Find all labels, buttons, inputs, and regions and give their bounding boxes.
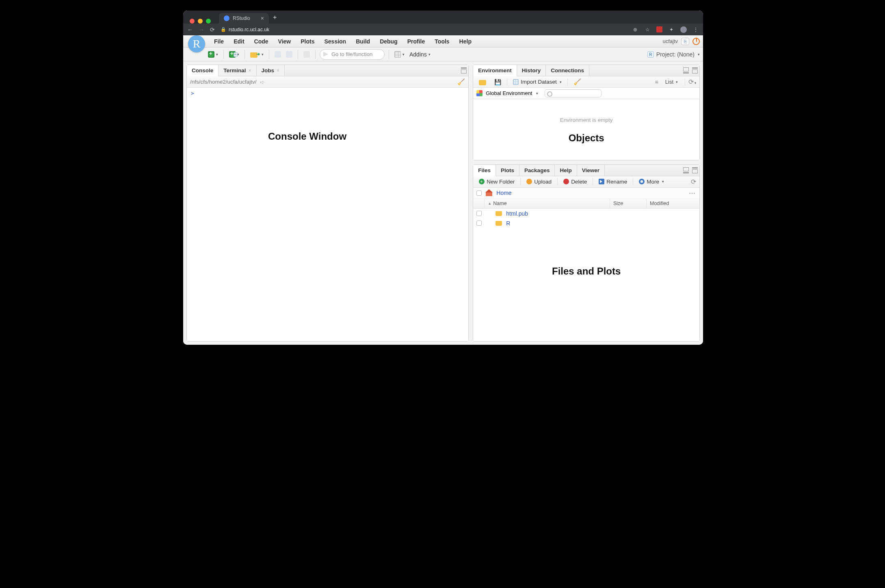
- annotation-files: Files and Plots: [552, 266, 621, 277]
- menu-view[interactable]: View: [273, 36, 296, 47]
- list-icon: ≡: [655, 79, 658, 85]
- environment-pane: Environment History Connections 💾 Import…: [473, 65, 700, 160]
- menu-build[interactable]: Build: [351, 36, 375, 47]
- tab-files[interactable]: Files: [473, 165, 496, 176]
- files-breadcrumb: Home ⋯: [473, 188, 699, 199]
- maximize-window-icon[interactable]: [206, 19, 211, 24]
- workspace-panes-button[interactable]: ▾: [393, 50, 406, 58]
- rename-button[interactable]: Rename: [596, 179, 630, 185]
- back-button[interactable]: ←: [187, 26, 193, 33]
- env-search-input[interactable]: [545, 89, 602, 97]
- path-menu-button[interactable]: ⋯: [688, 189, 696, 197]
- close-window-icon[interactable]: [190, 19, 195, 24]
- profile-avatar-icon[interactable]: [680, 26, 687, 33]
- file-row[interactable]: R: [473, 218, 699, 228]
- tab-console[interactable]: Console: [187, 65, 219, 76]
- new-session-button[interactable]: ⎘: [681, 38, 689, 45]
- load-workspace-button[interactable]: [476, 79, 489, 85]
- close-tab-icon[interactable]: ×: [261, 15, 264, 21]
- tab-terminal[interactable]: Terminal×: [219, 65, 256, 76]
- browser-tab[interactable]: RStudio ×: [219, 13, 269, 24]
- quit-session-button[interactable]: [692, 38, 700, 45]
- open-file-button[interactable]: ➜▾: [249, 50, 265, 58]
- tab-help[interactable]: Help: [555, 165, 577, 176]
- addins-button[interactable]: Addins▾: [408, 50, 432, 58]
- tab-connections[interactable]: Connections: [546, 65, 589, 76]
- delete-button[interactable]: Delete: [561, 179, 589, 185]
- bookmark-icon[interactable]: ☆: [644, 27, 651, 32]
- url-field[interactable]: 🔒 rstudio.rc.ucl.ac.uk: [221, 27, 269, 32]
- menu-code[interactable]: Code: [249, 36, 273, 47]
- save-button[interactable]: [273, 50, 282, 58]
- refresh-env-button[interactable]: ⟳▾: [688, 78, 696, 86]
- new-file-button[interactable]: ▾: [207, 50, 219, 58]
- home-icon[interactable]: [486, 190, 492, 196]
- menu-session[interactable]: Session: [319, 36, 351, 47]
- save-workspace-button[interactable]: 💾: [492, 79, 504, 85]
- scope-label[interactable]: Global Environment: [486, 90, 532, 96]
- maximize-pane-button[interactable]: [690, 165, 699, 176]
- file-name[interactable]: html.pub: [506, 210, 528, 217]
- row-checkbox[interactable]: [476, 211, 482, 216]
- menu-tools[interactable]: Tools: [430, 36, 454, 47]
- new-tab-button[interactable]: +: [269, 11, 281, 24]
- console-body[interactable]: > Console Window: [187, 88, 468, 341]
- url-host: rstudio.rc.ucl.ac.uk: [229, 27, 269, 32]
- menu-bar: R File Edit Code View Plots Session Buil…: [183, 35, 703, 48]
- minimize-pane-button[interactable]: [682, 165, 690, 176]
- tab-plots[interactable]: Plots: [496, 165, 519, 176]
- minimize-window-icon[interactable]: [198, 19, 203, 24]
- view-mode-button[interactable]: List▾: [662, 78, 682, 86]
- file-row[interactable]: html.pub: [473, 209, 699, 218]
- tab-environment[interactable]: Environment: [473, 65, 517, 76]
- tab-jobs[interactable]: Jobs×: [257, 65, 285, 76]
- browser-addressbar: ← → ⟳ 🔒 rstudio.rc.ucl.ac.uk ⊕ ☆ ✦ ⋮: [183, 24, 703, 35]
- menu-file[interactable]: File: [209, 36, 229, 47]
- menu-profile[interactable]: Profile: [402, 36, 430, 47]
- close-icon[interactable]: ×: [249, 68, 251, 74]
- breadcrumb-home[interactable]: Home: [496, 190, 511, 196]
- file-name[interactable]: R: [506, 220, 510, 227]
- select-all-checkbox[interactable]: [476, 190, 482, 196]
- goto-file-input[interactable]: Go to file/function: [320, 49, 385, 60]
- rename-icon: [599, 179, 604, 184]
- col-size[interactable]: Size: [610, 199, 647, 208]
- extensions-icon[interactable]: ✦: [668, 27, 675, 32]
- main-toolbar: ▾ ▾ ➜▾ Go to file/function ▾ Addins▾ R P…: [183, 48, 703, 61]
- minimize-pane-button[interactable]: [682, 65, 690, 76]
- new-project-button[interactable]: ▾: [228, 50, 240, 58]
- maximize-pane-button[interactable]: [690, 65, 699, 76]
- console-input[interactable]: [195, 90, 441, 96]
- new-folder-button[interactable]: New Folder: [476, 179, 517, 185]
- refresh-files-button[interactable]: ⟳: [691, 178, 696, 186]
- clear-console-button[interactable]: 🧹: [457, 78, 465, 86]
- tab-favicon-icon: [224, 15, 229, 21]
- window-controls: [186, 15, 215, 24]
- clear-objects-button[interactable]: 🧹: [571, 78, 584, 86]
- save-all-button[interactable]: [285, 50, 294, 58]
- browser-menu-icon[interactable]: ⋮: [692, 27, 699, 32]
- zoom-icon[interactable]: ⊕: [632, 27, 638, 32]
- menu-plots[interactable]: Plots: [296, 36, 319, 47]
- extension-icon[interactable]: [656, 26, 662, 32]
- env-empty-message: Environment is empty: [473, 99, 699, 123]
- menu-debug[interactable]: Debug: [375, 36, 402, 47]
- col-modified[interactable]: Modified: [647, 199, 699, 208]
- menu-edit[interactable]: Edit: [229, 36, 249, 47]
- menu-help[interactable]: Help: [454, 36, 476, 47]
- tab-packages[interactable]: Packages: [519, 165, 555, 176]
- row-checkbox[interactable]: [476, 220, 482, 226]
- maximize-pane-button[interactable]: [459, 65, 468, 76]
- project-menu[interactable]: R Project: (None)▾: [647, 51, 700, 58]
- open-wd-icon[interactable]: ➪: [260, 79, 265, 85]
- import-dataset-button[interactable]: Import Dataset▾: [511, 79, 564, 85]
- col-name[interactable]: ▲Name: [485, 199, 610, 208]
- close-icon[interactable]: ×: [277, 68, 279, 74]
- more-button[interactable]: More▾: [636, 179, 666, 185]
- reload-button[interactable]: ⟳: [210, 26, 215, 33]
- tab-viewer[interactable]: Viewer: [577, 165, 605, 176]
- tab-history[interactable]: History: [517, 65, 546, 76]
- upload-button[interactable]: Upload: [524, 179, 554, 185]
- forward-button[interactable]: →: [199, 26, 204, 33]
- print-button[interactable]: [302, 50, 311, 58]
